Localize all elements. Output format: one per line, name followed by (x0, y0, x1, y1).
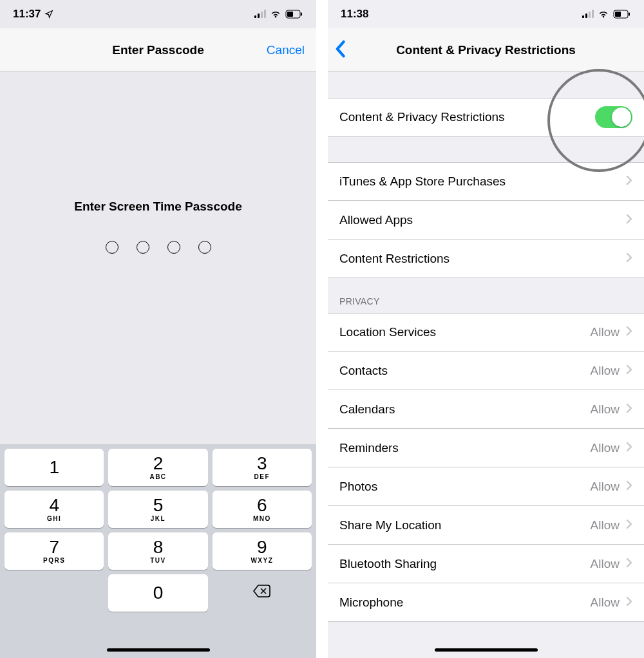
cell-value: Allow (591, 402, 620, 417)
cell-value: Allow (591, 441, 620, 455)
battery-icon (613, 10, 631, 19)
cell-label: Content & Privacy Restrictions (339, 110, 595, 124)
home-indicator[interactable] (435, 648, 538, 652)
cell-label: Photos (339, 480, 591, 494)
chevron-left-icon (334, 40, 346, 58)
cell-bluetooth-sharing[interactable]: Bluetooth Sharing Allow (328, 545, 644, 583)
cell-value: Allow (591, 480, 620, 494)
passcode-dot (137, 241, 149, 254)
signal-icon (582, 10, 594, 18)
location-arrow-icon (44, 10, 53, 19)
home-indicator[interactable] (107, 648, 210, 652)
cell-reminders[interactable]: Reminders Allow (328, 429, 644, 467)
nav-title: Content & Privacy Restrictions (396, 43, 576, 57)
nav-bar: Enter Passcode Cancel (0, 28, 316, 72)
keypad-key-7[interactable]: 7PQRS (5, 532, 104, 570)
passcode-prompt: Enter Screen Time Passcode (0, 200, 316, 214)
cell-share-my-location[interactable]: Share My Location Allow (328, 506, 644, 545)
cell-microphone[interactable]: Microphone Allow (328, 583, 644, 622)
cell-label: iTunes & App Store Purchases (339, 174, 626, 189)
wifi-icon (270, 10, 281, 19)
keypad-blank (5, 574, 104, 612)
keypad-key-0[interactable]: 0 (108, 574, 207, 612)
chevron-right-icon (626, 480, 632, 493)
chevron-right-icon (626, 596, 632, 609)
cell-photos[interactable]: Photos Allow (328, 467, 644, 506)
cell-location-services[interactable]: Location Services Allow (328, 313, 644, 352)
cell-value: Allow (591, 557, 620, 571)
back-button[interactable] (334, 40, 346, 61)
chevron-right-icon (626, 442, 632, 455)
cell-contacts[interactable]: Contacts Allow (328, 352, 644, 390)
keypad-key-8[interactable]: 8TUV (108, 532, 207, 570)
cell-label: Reminders (339, 441, 591, 455)
keypad-key-1[interactable]: 1 (5, 449, 104, 486)
keypad-key-9[interactable]: 9WXYZ (213, 532, 312, 570)
keypad-key-4[interactable]: 4GHI (5, 491, 104, 528)
cell-value: Allow (591, 518, 620, 532)
svg-rect-4 (615, 12, 621, 17)
cell-label: Content Restrictions (339, 252, 626, 266)
status-time: 11:37 (13, 8, 41, 21)
passcode-dot (106, 241, 118, 254)
keypad-key-6[interactable]: 6MNO (213, 491, 312, 528)
chevron-right-icon (626, 558, 632, 570)
cell-allowed-apps[interactable]: Allowed Apps (328, 201, 644, 240)
numeric-keypad: 1 2ABC 3DEF 4GHI 5JKL 6MNO 7PQRS 8TUV 9W… (0, 444, 316, 658)
cell-label: Allowed Apps (339, 213, 626, 227)
phone-left-passcode: 11:37 Enter Passcode Cancel Enter Screen… (0, 0, 316, 658)
toggle-content-privacy-restrictions[interactable]: Content & Privacy Restrictions (328, 98, 644, 136)
signal-icon (254, 10, 266, 18)
keypad-key-2[interactable]: 2ABC (108, 449, 207, 486)
cell-value: Allow (591, 364, 620, 378)
cell-itunes-app-store[interactable]: iTunes & App Store Purchases (328, 162, 644, 201)
cell-label: Share My Location (339, 518, 591, 532)
svg-rect-1 (287, 12, 293, 17)
cell-label: Location Services (339, 325, 591, 339)
wifi-icon (598, 10, 609, 19)
chevron-right-icon (626, 252, 632, 265)
phone-right-restrictions: 11:38 Content & Privacy Restrictions Con… (328, 0, 644, 658)
section-header-privacy: PRIVACY (328, 278, 644, 313)
chevron-right-icon (626, 364, 632, 377)
cell-calendars[interactable]: Calendars Allow (328, 390, 644, 429)
svg-rect-5 (629, 13, 630, 16)
battery-icon (285, 10, 303, 19)
nav-title: Enter Passcode (112, 43, 204, 57)
chevron-right-icon (626, 214, 632, 227)
keypad-key-5[interactable]: 5JKL (108, 491, 207, 528)
chevron-right-icon (626, 175, 632, 188)
cell-label: Calendars (339, 402, 591, 417)
cancel-button[interactable]: Cancel (267, 43, 305, 57)
passcode-dot (198, 241, 211, 254)
toggle-switch[interactable] (595, 106, 632, 128)
cell-content-restrictions[interactable]: Content Restrictions (328, 240, 644, 278)
chevron-right-icon (626, 403, 632, 416)
passcode-dot (167, 241, 180, 254)
nav-bar: Content & Privacy Restrictions (328, 28, 644, 72)
status-bar: 11:38 (328, 0, 644, 28)
cell-label: Contacts (339, 364, 591, 378)
chevron-right-icon (626, 326, 632, 339)
backspace-icon (252, 584, 272, 602)
status-bar: 11:37 (0, 0, 316, 28)
svg-rect-2 (301, 13, 302, 16)
status-time: 11:38 (341, 8, 368, 21)
passcode-area: Enter Screen Time Passcode (0, 72, 316, 254)
chevron-right-icon (626, 519, 632, 532)
keypad-key-3[interactable]: 3DEF (213, 449, 312, 486)
cell-value: Allow (591, 596, 620, 610)
settings-list[interactable]: Content & Privacy Restrictions iTunes & … (328, 72, 644, 622)
cell-label: Bluetooth Sharing (339, 557, 591, 571)
cell-value: Allow (591, 325, 620, 339)
cell-label: Microphone (339, 596, 591, 610)
passcode-dots (0, 241, 316, 254)
toggle-knob (612, 108, 631, 127)
keypad-backspace[interactable] (213, 574, 312, 612)
